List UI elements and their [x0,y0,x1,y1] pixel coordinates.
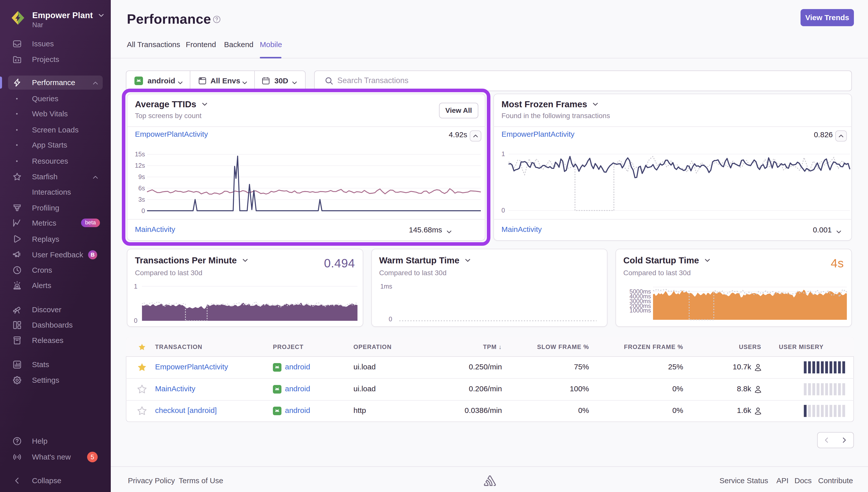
svg-text:1000ms: 1000ms [630,307,651,314]
